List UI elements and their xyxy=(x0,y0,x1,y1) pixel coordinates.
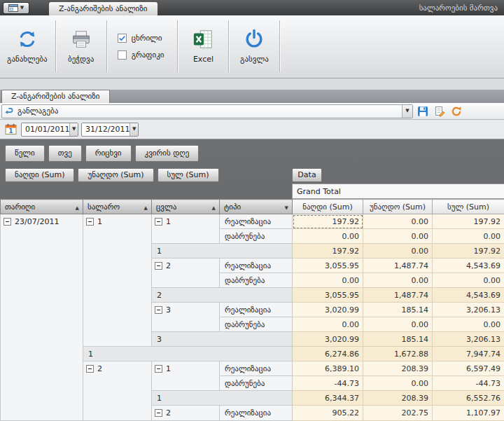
pivot-value-cell[interactable]: 197.92 xyxy=(293,214,363,229)
edit-layout-button[interactable] xyxy=(432,104,447,118)
date-filter-bar: 1 01/01/2011 ▼ 31/12/2011 ▼ xyxy=(0,120,504,139)
pivot-value-cell[interactable]: 202.75 xyxy=(363,406,433,421)
data-area-field-button[interactable]: ნაღდი (Sum) xyxy=(5,168,74,182)
pivot-value-cell[interactable]: 6,344.37 xyxy=(293,391,363,406)
pivot-label-cell: რეალიზაცია xyxy=(220,258,293,273)
pivot-value-cell[interactable]: 197.92 xyxy=(293,244,363,258)
calendar-button[interactable]: 1 xyxy=(3,122,18,137)
pivot-value-cell[interactable]: 0.00 xyxy=(433,273,504,288)
filter-field-button[interactable]: რიცხვი xyxy=(85,145,132,162)
row-field-header[interactable]: ▼ტიპი xyxy=(220,200,293,214)
print-button[interactable]: ბეჭდვა xyxy=(58,17,104,76)
pivot-value-cell[interactable]: 208.39 xyxy=(363,361,433,376)
data-field-header[interactable]: სულ (Sum) xyxy=(433,200,504,214)
chart-view-checkbox[interactable]: გრაფიკი xyxy=(118,50,164,60)
pivot-value-cell[interactable]: 208.39 xyxy=(363,391,433,406)
app-menu-button[interactable]: ▼ xyxy=(3,2,29,14)
calendar-icon: 1 xyxy=(5,123,17,135)
pivot-value-cell[interactable]: 1,487.74 xyxy=(363,288,433,303)
chevron-down-icon: ▼ xyxy=(72,127,76,132)
date-from-dropdown[interactable]: ▼ xyxy=(69,123,78,136)
pivot-value-cell[interactable]: 3,055.95 xyxy=(293,288,363,303)
data-area-field-button[interactable]: სულ (Sum) xyxy=(158,168,219,182)
pivot-value-cell[interactable]: 0.00 xyxy=(363,317,433,332)
pivot-value-cell[interactable]: 0.00 xyxy=(363,229,433,244)
pivot-value-cell[interactable]: 6,389.10 xyxy=(293,361,363,376)
filter-field-button[interactable]: კვირის დღე xyxy=(135,145,200,162)
data-field-header[interactable]: ნაღდი (Sum) xyxy=(293,200,363,214)
pivot-group-cell[interactable]: 1 xyxy=(152,361,220,391)
save-layout-button[interactable] xyxy=(415,104,430,118)
collapse-icon[interactable] xyxy=(155,409,162,417)
pivot-value-cell[interactable]: 0.00 xyxy=(363,376,433,391)
group-label: 23/07/2011 xyxy=(15,217,59,226)
collapse-icon[interactable] xyxy=(155,262,162,270)
ribbon-separator xyxy=(106,20,107,72)
pivot-value-cell[interactable]: 6,597.49 xyxy=(433,361,504,376)
pivot-total-cell: 1 xyxy=(152,244,293,258)
pivot-value-cell[interactable]: 0.00 xyxy=(363,214,433,229)
pivot-group-cell[interactable]: 23/07/2011 xyxy=(1,214,83,421)
row-field-header[interactable]: ▲თარიღი xyxy=(1,200,83,214)
data-area-field-button[interactable]: უნაღდო (Sum) xyxy=(78,168,153,182)
data-header-button[interactable]: Data xyxy=(292,168,322,182)
excel-export-button[interactable]: Excel xyxy=(180,17,226,76)
pivot-value-cell[interactable]: 6,552.76 xyxy=(433,391,504,406)
pivot-group-cell[interactable]: 1 xyxy=(152,214,220,244)
pivot-value-cell[interactable]: 185.14 xyxy=(363,303,433,317)
row-field-header[interactable]: ▲ცვლა xyxy=(152,200,220,214)
row-field-header[interactable]: ▲სალარო xyxy=(83,200,152,214)
pivot-group-cell[interactable]: 2 xyxy=(152,258,220,288)
collapse-icon[interactable] xyxy=(155,365,162,373)
pivot-group-cell[interactable]: 2 xyxy=(152,406,220,421)
layout-combo[interactable]: განლაგება ▼ xyxy=(1,104,413,118)
pivot-value-cell[interactable]: 3,055.95 xyxy=(293,258,363,273)
collapse-icon[interactable] xyxy=(4,218,11,226)
pivot-value-cell[interactable]: 3,020.99 xyxy=(293,303,363,317)
exit-button[interactable]: გასვლა xyxy=(231,17,277,76)
pivot-value-cell[interactable]: 6,274.86 xyxy=(293,347,363,361)
pivot-value-cell[interactable]: 0.00 xyxy=(293,317,363,332)
pivot-value-cell[interactable]: 0.00 xyxy=(293,229,363,244)
refresh-button[interactable]: განახლება xyxy=(1,17,53,76)
pivot-value-cell[interactable]: 0.00 xyxy=(363,244,433,258)
collapse-icon[interactable] xyxy=(155,218,162,226)
window-tab[interactable]: Z-ანგარიშების ანალიზი xyxy=(49,2,158,15)
pivot-value-cell[interactable]: 3,206.13 xyxy=(433,332,504,347)
pivot-value-cell[interactable]: 185.14 xyxy=(363,332,433,347)
pivot-value-cell[interactable]: 905.22 xyxy=(293,406,363,421)
edit-page-icon xyxy=(434,106,445,117)
pivot-value-cell[interactable]: 0.00 xyxy=(363,273,433,288)
filter-field-button[interactable]: თვე xyxy=(48,145,82,162)
pivot-group-cell[interactable]: 3 xyxy=(152,303,220,332)
pivot-value-cell[interactable]: 7,947.74 xyxy=(433,347,504,361)
collapse-icon[interactable] xyxy=(155,306,162,314)
pivot-value-cell[interactable]: 4,543.69 xyxy=(433,258,504,273)
pivot-value-cell[interactable]: 0.00 xyxy=(433,317,504,332)
pivot-value-cell[interactable]: 3,206.13 xyxy=(433,303,504,317)
pivot-value-cell[interactable]: 0.00 xyxy=(433,229,504,244)
table-view-checkbox[interactable]: ცხრილი xyxy=(118,34,164,43)
pivot-value-cell[interactable]: -44.73 xyxy=(433,376,504,391)
reset-layout-button[interactable] xyxy=(449,104,463,118)
layout-combo-dropdown[interactable]: ▼ xyxy=(402,105,412,118)
pivot-value-cell[interactable]: 3,020.99 xyxy=(293,332,363,347)
date-to-dropdown[interactable]: ▼ xyxy=(130,123,138,136)
pivot-value-cell[interactable]: 0.00 xyxy=(293,273,363,288)
pivot-value-cell[interactable]: 1,672.88 xyxy=(363,347,433,361)
date-to-input[interactable]: 31/12/2011 ▼ xyxy=(81,123,139,137)
date-from-input[interactable]: 01/01/2011 ▼ xyxy=(21,123,78,137)
document-tab[interactable]: Z-ანგარიშების ანალიზი xyxy=(1,90,110,103)
pivot-value-cell[interactable]: 1,107.97 xyxy=(433,406,504,421)
pivot-group-cell[interactable]: 1 xyxy=(83,214,152,347)
pivot-value-cell[interactable]: 1,487.74 xyxy=(363,258,433,273)
pivot-value-cell[interactable]: -44.73 xyxy=(293,376,363,391)
filter-field-button[interactable]: წელი xyxy=(5,145,45,162)
pivot-group-cell[interactable]: 2 xyxy=(83,361,152,421)
pivot-value-cell[interactable]: 197.92 xyxy=(433,244,504,258)
collapse-icon[interactable] xyxy=(86,218,94,226)
pivot-value-cell[interactable]: 4,543.69 xyxy=(433,288,504,303)
data-field-header[interactable]: უნაღდო (Sum) xyxy=(363,200,433,214)
collapse-icon[interactable] xyxy=(86,365,94,373)
pivot-value-cell[interactable]: 197.92 xyxy=(433,214,504,229)
